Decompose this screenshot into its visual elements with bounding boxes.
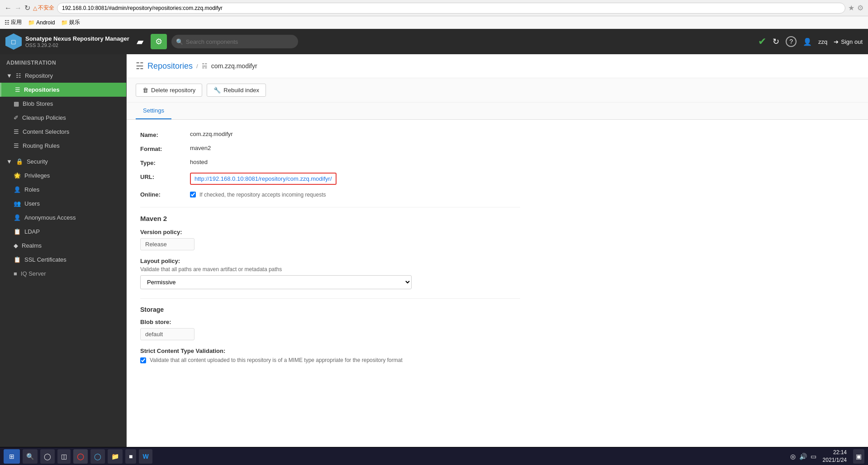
maven2-section-title: Maven 2: [140, 207, 520, 222]
breadcrumb-icon: ☵: [136, 61, 144, 71]
refresh-button[interactable]: ↻: [24, 4, 30, 12]
bookmarks-bar: ☷ 应用 📁 Android 📁 娱乐: [0, 16, 868, 29]
form-row-format: Format: maven2: [140, 145, 520, 152]
back-button[interactable]: ←: [5, 4, 12, 12]
sidebar-item-routing-rules[interactable]: ☰ Routing Rules: [0, 139, 126, 153]
rebuild-index-button[interactable]: 🔧 Rebuild index: [207, 84, 266, 97]
chevron-down-icon: ▼: [6, 72, 12, 79]
breadcrumb: ☵ Repositories / ☵ com.zzq.modifyr: [127, 54, 868, 78]
tab-settings[interactable]: Settings: [136, 103, 171, 119]
content-selectors-icon: ☰: [14, 128, 19, 135]
sidebar-item-repositories[interactable]: ☰ Repositories: [0, 83, 126, 97]
anon-access-icon: 👤: [14, 214, 21, 221]
form-row-type: Type: hosted: [140, 159, 520, 166]
app-title: Sonatype Nexus Repository Manager: [25, 35, 129, 43]
strict-content-label: Strict Content Type Validation:: [140, 348, 520, 354]
online-label: Online:: [140, 191, 190, 198]
username-label: zzq: [818, 38, 827, 45]
delete-repository-button[interactable]: 🗑 Delete repository: [136, 84, 202, 97]
blob-store-block: Blob store: default: [140, 319, 520, 340]
repositories-icon: ☰: [15, 86, 20, 93]
layout-policy-hint: Validate that all paths are maven artifa…: [140, 266, 520, 272]
blob-stores-icon: ▩: [14, 100, 19, 107]
online-hint: If checked, the repository accepts incom…: [199, 192, 326, 198]
sidebar-item-anonymous-access[interactable]: 👤 Anonymous Access: [0, 211, 126, 225]
version-policy-block: Version policy: Release: [140, 229, 520, 250]
users-label: Users: [24, 200, 40, 207]
layout-policy-block: Layout policy: Validate that all paths a…: [140, 258, 520, 289]
help-icon[interactable]: ?: [786, 36, 797, 47]
sidebar-item-privileges[interactable]: 🌟 Privileges: [0, 169, 126, 183]
security-group-icon: 🔒: [16, 158, 23, 165]
logo-icon: ◻: [5, 33, 22, 50]
version-policy-label: Version policy:: [140, 229, 520, 235]
sidebar-item-realms[interactable]: ◆ Realms: [0, 239, 126, 253]
admin-label: Administration: [0, 54, 126, 69]
refresh-icon[interactable]: ↻: [773, 37, 779, 47]
sidebar-item-content-selectors[interactable]: ☰ Content Selectors: [0, 125, 126, 139]
iq-icon: ■: [14, 270, 17, 277]
layout-policy-select[interactable]: Permissive Strict: [140, 275, 412, 289]
sign-out-label: Sign out: [841, 38, 863, 45]
sidebar-group-repository[interactable]: ▼ ☷ Repository: [0, 69, 126, 83]
strict-content-block: Strict Content Type Validation: Validate…: [140, 348, 520, 363]
forward-button[interactable]: →: [14, 4, 22, 12]
rebuild-icon: 🔧: [213, 87, 221, 94]
security-warning: △ 不安全: [33, 4, 54, 12]
type-value: hosted: [190, 159, 208, 165]
sidebar-group-label: Repository: [25, 72, 53, 79]
sidebar-item-iq-server[interactable]: ■ IQ Server: [0, 267, 126, 281]
url-value[interactable]: http://192.168.0.10:8081/repository/com.…: [190, 173, 337, 185]
content-area: ☵ Repositories / ☵ com.zzq.modifyr 🗑 Del…: [127, 54, 868, 447]
search-wrapper: 🔍: [171, 35, 298, 48]
ldap-icon: 📋: [14, 228, 21, 235]
search-icon: 🔍: [176, 38, 183, 45]
settings-form: Name: com.zzq.modifyr Format: maven2 Typ…: [127, 120, 534, 381]
bookmark-apps[interactable]: ☷ 应用: [5, 19, 22, 26]
routing-rules-icon: ☰: [14, 142, 19, 149]
breadcrumb-root-link[interactable]: Repositories: [147, 61, 193, 71]
bookmark-android[interactable]: 📁 Android: [28, 19, 55, 26]
delete-icon: 🗑: [142, 87, 148, 94]
sidebar-item-users[interactable]: 👥 Users: [0, 197, 126, 211]
rebuild-label: Rebuild index: [223, 87, 259, 94]
sign-out-button[interactable]: ➔ Sign out: [834, 38, 863, 45]
ldap-label: LDAP: [24, 228, 40, 235]
realms-label: Realms: [22, 242, 42, 249]
extension-icon: ⚙: [857, 4, 863, 12]
sidebar: Administration ▼ ☷ Repository ☰ Reposito…: [0, 54, 127, 447]
header-right: ✔ ↻ ? 👤 zzq ➔ Sign out: [758, 36, 863, 47]
version-policy-value: Release: [140, 238, 194, 250]
app-version: OSS 3.29.2-02: [25, 42, 129, 48]
breadcrumb-separator: /: [196, 63, 198, 70]
strict-content-checkbox[interactable]: [140, 357, 146, 363]
content-selectors-label: Content Selectors: [23, 128, 69, 135]
format-label: Format:: [140, 145, 190, 152]
storage-section-title: Storage: [140, 298, 520, 313]
app-header: ◻ Sonatype Nexus Repository Manager OSS …: [0, 29, 868, 54]
address-bar[interactable]: [57, 3, 845, 14]
breadcrumb-current: com.zzq.modifyr: [211, 62, 257, 70]
cube-button[interactable]: ▰: [134, 33, 146, 50]
search-input[interactable]: [171, 35, 298, 48]
sidebar-item-cleanup-policies[interactable]: ✐ Cleanup Policies: [0, 111, 126, 125]
sidebar-item-roles[interactable]: 👤 Roles: [0, 183, 126, 197]
type-label: Type:: [140, 159, 190, 166]
online-checkbox[interactable]: [190, 192, 196, 197]
roles-icon: 👤: [14, 186, 21, 193]
bookmark-entertainment[interactable]: 📁 娱乐: [61, 19, 80, 26]
strict-content-row: Validate that all content uploaded to th…: [140, 357, 520, 363]
sidebar-item-blob-stores[interactable]: ▩ Blob Stores: [0, 97, 126, 111]
ssl-label: SSL Certificates: [24, 256, 66, 263]
privileges-icon: 🌟: [14, 172, 21, 179]
action-bar: 🗑 Delete repository 🔧 Rebuild index: [127, 78, 868, 103]
sidebar-item-ldap[interactable]: 📋 LDAP: [0, 225, 126, 239]
sign-out-icon: ➔: [834, 38, 839, 45]
layout-policy-label: Layout policy:: [140, 258, 520, 264]
sidebar-item-ssl-certificates[interactable]: 📋 SSL Certificates: [0, 253, 126, 267]
anon-access-label: Anonymous Access: [24, 214, 76, 221]
browser-bar: ← → ↻ △ 不安全 ★ ⚙: [0, 0, 868, 16]
repository-icon: ☷: [16, 72, 21, 79]
sidebar-group-security[interactable]: ▼ 🔒 Security: [0, 155, 126, 169]
gear-button[interactable]: ⚙: [151, 34, 167, 49]
